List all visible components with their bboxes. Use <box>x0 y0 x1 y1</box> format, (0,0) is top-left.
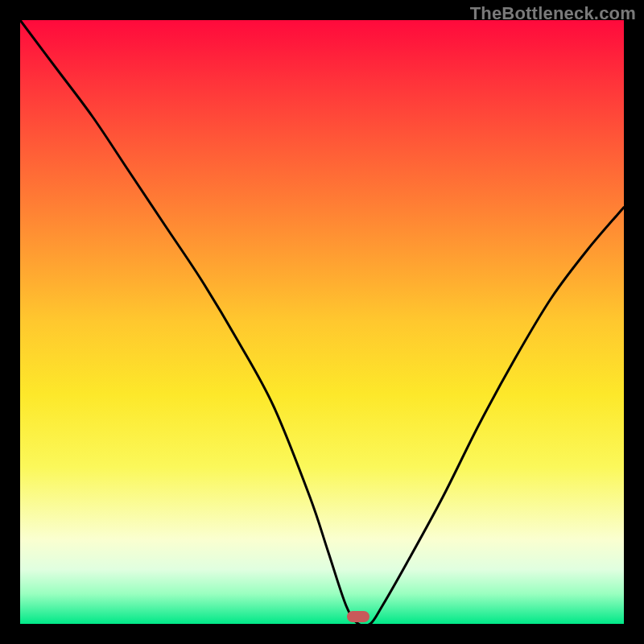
optimal-marker <box>347 611 369 622</box>
chart-container: TheBottleneck.com <box>0 0 644 644</box>
watermark-text: TheBottleneck.com <box>470 3 636 24</box>
bottleneck-curve <box>20 20 624 624</box>
curve-path <box>20 20 624 626</box>
